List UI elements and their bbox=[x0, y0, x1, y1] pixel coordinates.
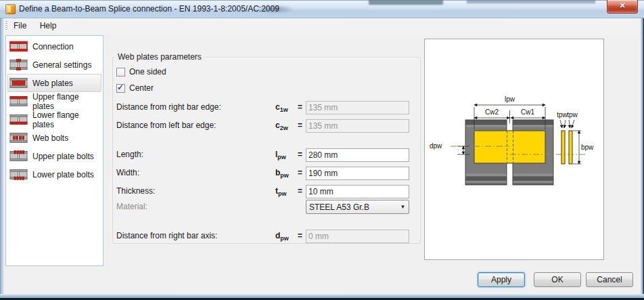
c1w-input[interactable] bbox=[306, 101, 409, 114]
field-label: Width: bbox=[116, 168, 139, 177]
sidebar-item-web-plates[interactable]: Web plates bbox=[7, 74, 101, 92]
symbol-bpw: bpw = bbox=[275, 168, 302, 179]
plate-section-left bbox=[561, 131, 565, 164]
sidebar-item-label: Web plates bbox=[32, 79, 73, 88]
sidebar-item-upper-plate-bolts[interactable]: Upper plate bolts bbox=[7, 147, 101, 165]
chevron-down-icon: ▼ bbox=[397, 204, 409, 210]
material-select[interactable]: STEEL A53 Gr.B ▼ bbox=[306, 200, 409, 214]
sidebar-item-web-bolts[interactable]: Web bolts bbox=[7, 129, 101, 147]
equals-sign: = bbox=[298, 102, 302, 112]
field-label: Material: bbox=[116, 202, 147, 211]
menu-file[interactable]: File bbox=[8, 18, 32, 33]
menu-help[interactable]: Help bbox=[34, 18, 62, 33]
sidebar-item-connection[interactable]: Connection bbox=[7, 37, 101, 56]
general-settings-icon bbox=[9, 59, 28, 70]
dialog-window: Define a Beam-to-Beam Splice connection … bbox=[0, 0, 644, 300]
web-plates-diagram: dpw lpw Cw2 Cw1 tpw tpw bbox=[425, 39, 603, 259]
sidebar-item-label: Upper flange plates bbox=[32, 92, 101, 111]
cw2-dimension-label: Cw2 bbox=[485, 108, 499, 116]
checkbox-label: One sided bbox=[129, 67, 166, 77]
sidebar-item-label: Web bolts bbox=[32, 133, 68, 143]
sidebar-item-lower-plate-bolts[interactable]: Lower plate bolts bbox=[7, 165, 101, 184]
symbol-tpw: tpw = bbox=[275, 186, 302, 197]
sidebar-item-lower-flange-plates[interactable]: Lower flange plates bbox=[7, 110, 101, 129]
field-label: Length: bbox=[116, 150, 143, 159]
material-selected-value: STEEL A53 Gr.B bbox=[309, 202, 369, 212]
checkbox-box[interactable]: ✓ bbox=[116, 84, 125, 93]
equals-sign: = bbox=[298, 150, 302, 159]
field-label: Distance from right bar axis: bbox=[116, 231, 217, 240]
length-input[interactable] bbox=[306, 148, 409, 162]
web-plate-diagram-panel: dpw lpw Cw2 Cw1 tpw tpw bbox=[424, 39, 604, 260]
field-label: Distance from left bar edge: bbox=[116, 121, 216, 130]
center-checkbox[interactable]: ✓ Center bbox=[116, 83, 154, 93]
lower-flange-plates-icon bbox=[9, 114, 28, 125]
sidebar-item-label: General settings bbox=[32, 60, 91, 70]
sidebar-item-general-settings[interactable]: General settings bbox=[7, 56, 101, 74]
checkbox-label: Center bbox=[129, 83, 154, 93]
close-icon: ✕ bbox=[619, 1, 625, 9]
web-bolts-icon bbox=[9, 132, 28, 144]
symbol-lpw: lpw = bbox=[275, 150, 302, 160]
sidebar-item-label: Lower plate bolts bbox=[32, 170, 94, 179]
window-frame-left bbox=[0, 18, 3, 294]
upper-plate-bolts-icon bbox=[9, 150, 28, 162]
checkbox-box[interactable] bbox=[116, 68, 125, 77]
web-plates-icon bbox=[9, 77, 28, 89]
lpw-dimension-label: lpw bbox=[505, 95, 515, 103]
plate-section-right bbox=[569, 131, 572, 164]
aero-glass-blur bbox=[467, 0, 595, 3]
field-label: Distance from right bar edge: bbox=[116, 102, 221, 112]
equals-sign: = bbox=[298, 186, 302, 196]
toolbar-grip-handle[interactable] bbox=[5, 21, 7, 31]
check-icon: ✓ bbox=[117, 83, 124, 92]
thickness-input[interactable] bbox=[306, 185, 409, 198]
field-label: Thickness: bbox=[116, 186, 155, 196]
close-button[interactable]: ✕ bbox=[607, 0, 638, 14]
menubar: File Help bbox=[3, 18, 641, 34]
group-title: Web plates parameters bbox=[115, 52, 204, 62]
c2w-input[interactable] bbox=[306, 119, 409, 133]
ok-button[interactable]: OK bbox=[534, 272, 581, 287]
symbol-c1w: c1w = bbox=[275, 102, 302, 113]
sidebar-item-upper-flange-plates[interactable]: Upper flange plates bbox=[7, 92, 101, 110]
dpw-input[interactable] bbox=[306, 230, 409, 243]
cancel-button[interactable]: Cancel bbox=[586, 272, 633, 287]
symbol-dpw: dpw = bbox=[275, 231, 302, 242]
app-icon bbox=[5, 4, 16, 14]
upper-flange-plates-icon bbox=[9, 95, 28, 107]
equals-sign: = bbox=[298, 231, 302, 240]
sidebar-item-label: Lower flange plates bbox=[32, 110, 101, 129]
sidebar-item-label: Upper plate bolts bbox=[32, 152, 94, 161]
web-plate bbox=[474, 131, 545, 163]
window-frame-right bbox=[641, 18, 644, 294]
width-input[interactable] bbox=[306, 167, 409, 180]
bpw-dimension-label: bpw bbox=[581, 144, 594, 151]
connection-icon bbox=[9, 41, 28, 52]
equals-sign: = bbox=[298, 168, 302, 177]
sidebar-item-label: Connection bbox=[32, 42, 74, 51]
dpw-dimension-label: dpw bbox=[430, 142, 442, 150]
titlebar[interactable]: Define a Beam-to-Beam Splice connection … bbox=[0, 0, 644, 18]
aero-glass-blur bbox=[369, 0, 443, 5]
window-title: Define a Beam-to-Beam Splice connection … bbox=[19, 0, 279, 18]
equals-sign: = bbox=[298, 121, 302, 130]
one-sided-checkbox[interactable]: One sided bbox=[116, 67, 166, 77]
apply-button[interactable]: Apply bbox=[478, 272, 525, 287]
connection-parts-list: Connection General settings Web plates bbox=[5, 35, 104, 266]
tpw-dimension-label: tpw bbox=[567, 111, 578, 119]
symbol-c2w: c2w = bbox=[275, 121, 302, 131]
cw1-dimension-label: Cw1 bbox=[521, 108, 534, 116]
lower-plate-bolts-icon bbox=[9, 169, 28, 180]
tpw-dimension-label: tpw bbox=[557, 111, 568, 119]
